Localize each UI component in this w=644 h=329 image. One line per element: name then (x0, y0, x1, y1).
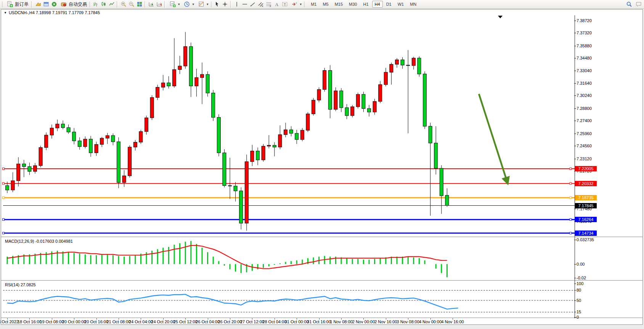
fibonacci-tool-icon[interactable]: F (265, 0, 273, 8)
rsi-axis-tick: 80 (577, 288, 581, 293)
template-dropdown[interactable]: ▾ (196, 0, 210, 8)
horizontal-line-tool-icon[interactable] (241, 0, 249, 8)
chart-menu-icon[interactable]: ▼ (4, 11, 7, 15)
time-axis-label: 31 Oct 16:00 (307, 319, 331, 324)
time-axis-label: 18 Oct 16:00 (18, 319, 42, 324)
timeframe-h4[interactable]: H4 (372, 1, 383, 8)
auto-trading-label: 自动交易 (69, 1, 87, 8)
toolbar-grip (210, 2, 212, 7)
toolbar: 新订单 自动交易 ▾ ▾ ▾ (0, 0, 644, 9)
price-line-tag: 7.22005 (575, 166, 597, 171)
timeframe-m1[interactable]: M1 (308, 1, 319, 8)
time-axis-tick (252, 318, 252, 319)
time-axis-tick (363, 318, 364, 319)
toolbar-separator (164, 1, 166, 8)
period-dropdown[interactable]: ▾ (181, 0, 196, 8)
auto-trading-button[interactable]: 自动交易 (58, 0, 88, 8)
tile-windows-icon[interactable] (135, 0, 143, 8)
price-axis-tick: 7.30240 (577, 93, 592, 98)
timeframe-w1[interactable]: W1 (395, 1, 407, 8)
time-axis-label: 24 Oct 04:00 (129, 319, 153, 324)
time-axis-label: 24 Oct 20:00 (151, 319, 175, 324)
candlestick-mode-icon[interactable] (100, 0, 108, 8)
signals-icon[interactable] (50, 0, 58, 8)
time-axis-tick (297, 318, 297, 319)
crosshair-tool-icon[interactable] (221, 0, 229, 8)
time-axis-label: 2 Nov 16:00 (374, 319, 397, 324)
timeframe-mn[interactable]: MN (407, 1, 419, 8)
time-axis-tick (275, 318, 275, 319)
template-icon (197, 0, 205, 8)
time-axis-tick (319, 318, 320, 319)
time-axis-label: 1 Nov 08:00 (330, 319, 352, 324)
svg-text:E: E (262, 5, 263, 7)
toolbar-grip (304, 2, 305, 7)
rsi-label: RSI(14) 27.0825 (5, 282, 36, 287)
line-chart-mode-icon[interactable] (108, 0, 116, 8)
time-axis-tick (386, 318, 386, 319)
vertical-line-tool-icon[interactable] (233, 0, 241, 8)
time-axis-tick (430, 318, 431, 319)
timeframe-d1[interactable]: D1 (384, 1, 394, 8)
pane-separator[interactable] (1, 280, 642, 281)
cursor-tool-icon[interactable] (213, 0, 221, 8)
trendline-tool-icon[interactable] (249, 0, 257, 8)
toolbar-separator (145, 1, 146, 8)
price-axis-tick: 7.34480 (577, 56, 592, 61)
new-chart-icon (169, 0, 177, 8)
label-tool-icon[interactable]: T (281, 0, 289, 8)
price-axis-tick: 7.38720 (577, 18, 592, 23)
time-axis-tick (185, 318, 186, 319)
timeframe-m30[interactable]: M30 (346, 1, 360, 8)
new-order-button[interactable]: 新订单 (4, 0, 30, 8)
pane-separator[interactable] (1, 237, 642, 237)
time-axis-tick (29, 318, 30, 319)
rsi-axis-tick: 100 (577, 281, 583, 286)
price-axis-tick: 7.28800 (577, 106, 592, 111)
chart-title: ▼ USDCNH-,H4 7.18998 7.19791 7.17709 7.1… (4, 10, 100, 15)
rsi-axis-tick: 0 (577, 315, 579, 320)
svg-text:T: T (284, 3, 286, 6)
new-order-icon (6, 0, 14, 8)
price-chart-canvas[interactable] (3, 15, 575, 237)
rsi-pane[interactable] (3, 281, 575, 318)
macd-axis-tick: -0.02 (577, 276, 586, 281)
shapes-dropdown[interactable]: ▾ (289, 0, 304, 8)
zoom-out-icon[interactable] (127, 0, 135, 8)
price-axis-tick: 7.25960 (577, 131, 592, 136)
profiles-icon[interactable] (42, 0, 50, 8)
time-axis-label: 21 Oct 08:00 (107, 319, 131, 324)
text-tool-icon[interactable]: A (273, 0, 281, 8)
zoom-in-icon[interactable] (119, 0, 127, 8)
auto-scroll-icon[interactable] (155, 0, 163, 8)
new-chart-dropdown[interactable]: ▾ (167, 0, 181, 8)
macd-axis-tick: 0.00 (577, 262, 585, 267)
time-axis-tick (341, 318, 342, 319)
toolbar-separator (31, 1, 33, 8)
macd-label: MACD(12,26,9) -0.017603 0.004981 (5, 239, 73, 244)
time-axis-label: 3 Nov 08:00 (397, 319, 419, 324)
time-axis-tick (96, 318, 97, 319)
time-axis-tick (52, 318, 52, 319)
price-axis-tick: 7.37320 (577, 31, 592, 35)
search-icon[interactable] (625, 0, 633, 8)
chat-icon[interactable] (634, 0, 642, 8)
timeframe-m15[interactable]: M15 (332, 1, 345, 8)
new-order-label: 新订单 (15, 1, 29, 8)
price-line-tag: 7.18735 (575, 195, 597, 200)
time-axis-label: 26 Oct 04:00 (196, 319, 220, 324)
bar-chart-mode-icon[interactable] (92, 0, 100, 8)
macd-pane[interactable] (3, 238, 575, 280)
time-axis-tick (74, 318, 74, 319)
market-watch-icon[interactable] (34, 0, 42, 8)
toolbar-separator (117, 1, 118, 8)
timeframe-m5[interactable]: M5 (320, 1, 331, 8)
time-axis-tick (230, 318, 230, 319)
timeframe-h1[interactable]: H1 (361, 1, 371, 8)
chevron-down-icon: ▾ (207, 2, 209, 6)
toolbar-separator (230, 1, 232, 8)
channel-tool-icon[interactable]: E (257, 0, 265, 8)
chart-shift-icon[interactable] (147, 0, 155, 8)
timeframe-group: M1M5M15M30H1H4D1W1MN (308, 1, 419, 8)
time-axis-label: 31 Oct 00:00 (285, 319, 309, 324)
